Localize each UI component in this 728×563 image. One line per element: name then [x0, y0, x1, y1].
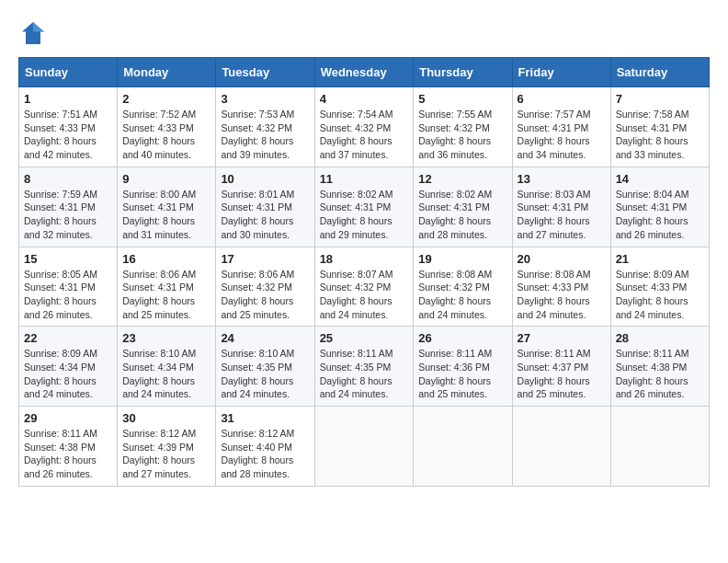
day-number: 12 — [418, 172, 506, 186]
day-number: 21 — [616, 252, 704, 266]
calendar-cell: 3 Sunrise: 7:53 AM Sunset: 4:32 PM Dayli… — [216, 87, 314, 167]
day-info: Sunrise: 8:02 AM Sunset: 4:31 PM Dayligh… — [418, 188, 506, 242]
day-info: Sunrise: 8:01 AM Sunset: 4:31 PM Dayligh… — [221, 188, 309, 242]
calendar-cell: 16 Sunrise: 8:06 AM Sunset: 4:31 PM Dayl… — [118, 247, 216, 327]
header-tuesday: Tuesday — [216, 58, 314, 87]
day-number: 4 — [320, 92, 409, 106]
calendar-cell: 25 Sunrise: 8:11 AM Sunset: 4:35 PM Dayl… — [314, 327, 414, 407]
calendar-cell — [314, 407, 414, 487]
day-number: 22 — [24, 331, 112, 345]
day-info: Sunrise: 7:51 AM Sunset: 4:33 PM Dayligh… — [24, 108, 112, 162]
day-info: Sunrise: 8:09 AM Sunset: 4:34 PM Dayligh… — [24, 347, 112, 401]
calendar-cell: 1 Sunrise: 7:51 AM Sunset: 4:33 PM Dayli… — [19, 87, 118, 167]
day-number: 26 — [418, 331, 506, 345]
week-row-4: 22 Sunrise: 8:09 AM Sunset: 4:34 PM Dayl… — [19, 327, 710, 407]
day-info: Sunrise: 7:52 AM Sunset: 4:33 PM Dayligh… — [122, 108, 210, 162]
header-sunday: Sunday — [19, 58, 118, 87]
day-info: Sunrise: 8:07 AM Sunset: 4:32 PM Dayligh… — [320, 268, 409, 322]
logo-icon — [18, 18, 48, 48]
week-row-3: 15 Sunrise: 8:05 AM Sunset: 4:31 PM Dayl… — [19, 247, 710, 327]
week-row-5: 29 Sunrise: 8:11 AM Sunset: 4:38 PM Dayl… — [19, 407, 710, 487]
calendar-cell: 10 Sunrise: 8:01 AM Sunset: 4:31 PM Dayl… — [216, 167, 314, 247]
day-info: Sunrise: 8:06 AM Sunset: 4:31 PM Dayligh… — [122, 268, 210, 322]
day-info: Sunrise: 7:59 AM Sunset: 4:31 PM Dayligh… — [24, 188, 112, 242]
day-info: Sunrise: 8:10 AM Sunset: 4:34 PM Dayligh… — [122, 347, 210, 401]
day-number: 1 — [24, 92, 112, 106]
calendar-cell: 18 Sunrise: 8:07 AM Sunset: 4:32 PM Dayl… — [314, 247, 414, 327]
day-number: 13 — [518, 172, 606, 186]
calendar-cell — [610, 407, 709, 487]
calendar-cell: 11 Sunrise: 8:02 AM Sunset: 4:31 PM Dayl… — [314, 167, 414, 247]
day-number: 18 — [320, 252, 409, 266]
day-info: Sunrise: 8:02 AM Sunset: 4:31 PM Dayligh… — [320, 188, 409, 242]
day-info: Sunrise: 8:10 AM Sunset: 4:35 PM Dayligh… — [221, 347, 309, 401]
calendar-cell: 12 Sunrise: 8:02 AM Sunset: 4:31 PM Dayl… — [414, 167, 512, 247]
week-row-1: 1 Sunrise: 7:51 AM Sunset: 4:33 PM Dayli… — [19, 87, 710, 167]
header-thursday: Thursday — [414, 58, 512, 87]
day-number: 25 — [320, 331, 409, 345]
calendar-cell: 19 Sunrise: 8:08 AM Sunset: 4:32 PM Dayl… — [414, 247, 512, 327]
calendar-cell: 14 Sunrise: 8:04 AM Sunset: 4:31 PM Dayl… — [610, 167, 709, 247]
day-info: Sunrise: 8:11 AM Sunset: 4:38 PM Dayligh… — [616, 347, 704, 401]
calendar-cell: 4 Sunrise: 7:54 AM Sunset: 4:32 PM Dayli… — [314, 87, 414, 167]
calendar-cell — [414, 407, 512, 487]
day-number: 5 — [418, 92, 506, 106]
day-number: 27 — [518, 331, 606, 345]
day-info: Sunrise: 8:08 AM Sunset: 4:33 PM Dayligh… — [518, 268, 606, 322]
day-info: Sunrise: 8:00 AM Sunset: 4:31 PM Dayligh… — [122, 188, 210, 242]
calendar-cell: 23 Sunrise: 8:10 AM Sunset: 4:34 PM Dayl… — [118, 327, 216, 407]
day-info: Sunrise: 8:08 AM Sunset: 4:32 PM Dayligh… — [418, 268, 506, 322]
day-info: Sunrise: 8:03 AM Sunset: 4:31 PM Dayligh… — [518, 188, 606, 242]
calendar-cell: 26 Sunrise: 8:11 AM Sunset: 4:36 PM Dayl… — [414, 327, 512, 407]
calendar-cell: 31 Sunrise: 8:12 AM Sunset: 4:40 PM Dayl… — [216, 407, 314, 487]
calendar-table: SundayMondayTuesdayWednesdayThursdayFrid… — [18, 57, 710, 487]
day-number: 19 — [418, 252, 506, 266]
calendar-cell: 8 Sunrise: 7:59 AM Sunset: 4:31 PM Dayli… — [19, 167, 118, 247]
calendar-cell: 29 Sunrise: 8:11 AM Sunset: 4:38 PM Dayl… — [19, 407, 118, 487]
calendar-cell: 21 Sunrise: 8:09 AM Sunset: 4:33 PM Dayl… — [610, 247, 709, 327]
day-number: 17 — [221, 252, 309, 266]
week-row-2: 8 Sunrise: 7:59 AM Sunset: 4:31 PM Dayli… — [19, 167, 710, 247]
calendar-cell: 9 Sunrise: 8:00 AM Sunset: 4:31 PM Dayli… — [118, 167, 216, 247]
day-info: Sunrise: 8:05 AM Sunset: 4:31 PM Dayligh… — [24, 268, 112, 322]
logo — [18, 18, 51, 48]
calendar-cell: 27 Sunrise: 8:11 AM Sunset: 4:37 PM Dayl… — [512, 327, 610, 407]
calendar-header-row: SundayMondayTuesdayWednesdayThursdayFrid… — [19, 58, 710, 87]
day-info: Sunrise: 7:54 AM Sunset: 4:32 PM Dayligh… — [320, 108, 409, 162]
day-number: 11 — [320, 172, 409, 186]
header-friday: Friday — [512, 58, 610, 87]
calendar-cell: 5 Sunrise: 7:55 AM Sunset: 4:32 PM Dayli… — [414, 87, 512, 167]
header-monday: Monday — [118, 58, 216, 87]
calendar-cell: 22 Sunrise: 8:09 AM Sunset: 4:34 PM Dayl… — [19, 327, 118, 407]
calendar-cell: 2 Sunrise: 7:52 AM Sunset: 4:33 PM Dayli… — [118, 87, 216, 167]
svg-marker-1 — [33, 22, 44, 31]
day-number: 7 — [616, 92, 704, 106]
day-info: Sunrise: 8:12 AM Sunset: 4:40 PM Dayligh… — [221, 427, 309, 481]
day-info: Sunrise: 8:11 AM Sunset: 4:38 PM Dayligh… — [24, 427, 112, 481]
calendar-cell: 15 Sunrise: 8:05 AM Sunset: 4:31 PM Dayl… — [19, 247, 118, 327]
day-number: 31 — [221, 411, 309, 425]
day-number: 2 — [122, 92, 210, 106]
calendar-cell — [512, 407, 610, 487]
day-number: 9 — [122, 172, 210, 186]
day-number: 16 — [122, 252, 210, 266]
calendar-cell: 7 Sunrise: 7:58 AM Sunset: 4:31 PM Dayli… — [610, 87, 709, 167]
header-wednesday: Wednesday — [314, 58, 414, 87]
day-number: 30 — [122, 411, 210, 425]
day-number: 28 — [616, 331, 704, 345]
day-number: 24 — [221, 331, 309, 345]
day-number: 14 — [616, 172, 704, 186]
page-header — [18, 18, 710, 48]
day-info: Sunrise: 7:53 AM Sunset: 4:32 PM Dayligh… — [221, 108, 309, 162]
day-info: Sunrise: 8:12 AM Sunset: 4:39 PM Dayligh… — [122, 427, 210, 481]
calendar-cell: 6 Sunrise: 7:57 AM Sunset: 4:31 PM Dayli… — [512, 87, 610, 167]
day-info: Sunrise: 8:11 AM Sunset: 4:37 PM Dayligh… — [518, 347, 606, 401]
day-info: Sunrise: 7:57 AM Sunset: 4:31 PM Dayligh… — [518, 108, 606, 162]
day-number: 20 — [518, 252, 606, 266]
calendar-cell: 17 Sunrise: 8:06 AM Sunset: 4:32 PM Dayl… — [216, 247, 314, 327]
day-info: Sunrise: 8:04 AM Sunset: 4:31 PM Dayligh… — [616, 188, 704, 242]
day-info: Sunrise: 8:09 AM Sunset: 4:33 PM Dayligh… — [616, 268, 704, 322]
day-number: 6 — [518, 92, 606, 106]
header-saturday: Saturday — [610, 58, 709, 87]
day-info: Sunrise: 8:11 AM Sunset: 4:35 PM Dayligh… — [320, 347, 409, 401]
